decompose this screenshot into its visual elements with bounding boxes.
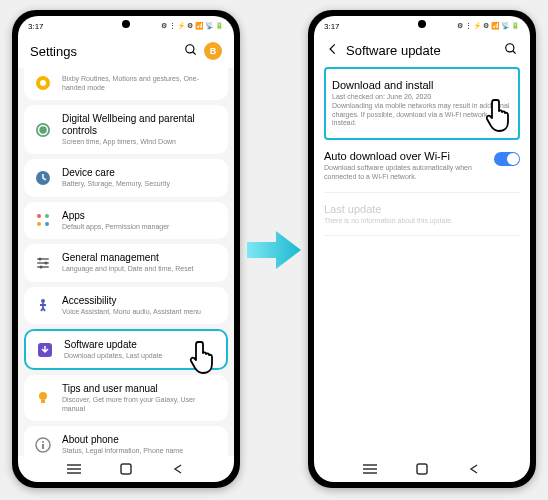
flow-arrow [244, 225, 304, 275]
item-text: Tips and user manualDiscover, Get more f… [62, 383, 218, 413]
item-text: Bixby Routines, Motions and gestures, On… [62, 74, 218, 92]
item-text: AccessibilityVoice Assistant, Mono audio… [62, 295, 218, 316]
svg-rect-27 [121, 464, 131, 474]
settings-header: Settings B [18, 34, 234, 68]
svg-point-15 [45, 261, 48, 264]
settings-item-apps[interactable]: AppsDefault apps, Permission manager [24, 202, 228, 239]
item-title: Accessibility [62, 295, 218, 307]
svg-point-16 [40, 265, 43, 268]
svg-line-29 [513, 51, 516, 54]
screen-left: 3:17 ⚙ ⋮ ⚡ ⚙ 📶 📡 🔋 Settings B Bixby Rout… [18, 16, 234, 482]
svg-rect-23 [42, 444, 44, 449]
svg-point-14 [39, 257, 42, 260]
svg-rect-20 [41, 400, 45, 403]
apps-icon [34, 211, 52, 229]
nav-back[interactable] [171, 462, 185, 476]
svg-line-1 [193, 51, 196, 54]
item-text: Device careBattery, Storage, Memory, Sec… [62, 167, 218, 188]
settings-item-device[interactable]: Device careBattery, Storage, Memory, Sec… [24, 159, 228, 196]
device-icon [34, 169, 52, 187]
svg-point-28 [506, 44, 514, 52]
access-icon [34, 296, 52, 314]
hand-pointer-icon [188, 339, 220, 375]
item-text: About phoneStatus, Legal information, Ph… [62, 434, 218, 455]
svg-rect-13 [37, 266, 49, 268]
settings-item-general[interactable]: General managementLanguage and input, Da… [24, 244, 228, 281]
search-icon[interactable] [184, 43, 198, 60]
item-title: Tips and user manual [62, 383, 218, 395]
svg-point-8 [45, 214, 49, 218]
item-title: Digital Wellbeing and parental controls [62, 113, 218, 137]
settings-item-bixby[interactable]: Bixby Routines, Motions and gestures, On… [24, 68, 228, 100]
settings-item-wellbeing[interactable]: Digital Wellbeing and parental controlsS… [24, 105, 228, 154]
item-sub: Download software updates automatically … [324, 164, 486, 182]
status-time: 3:17 [324, 22, 340, 31]
update-icon [36, 341, 54, 359]
update-item-1[interactable]: Auto download over Wi-FiDownload softwar… [324, 140, 520, 193]
settings-item-about[interactable]: About phoneStatus, Legal information, Ph… [24, 426, 228, 456]
status-icons: ⚙ ⋮ ⚡ ⚙ 📶 📡 🔋 [457, 22, 520, 30]
item-sub: Voice Assistant, Mono audio, Assistant m… [62, 308, 218, 316]
nav-recent[interactable] [67, 462, 81, 476]
screen-right: 3:17 ⚙ ⋮ ⚡ ⚙ 📶 📡 🔋 Software update Downl… [314, 16, 530, 482]
page-title: Settings [30, 44, 178, 59]
update-item-0[interactable]: Download and installLast checked on: Jun… [324, 67, 520, 140]
item-title: Device care [62, 167, 218, 179]
item-title: General management [62, 252, 218, 264]
item-title: Last update [324, 203, 520, 215]
bixby-icon [34, 74, 52, 92]
phone-frame-right: 3:17 ⚙ ⋮ ⚡ ⚙ 📶 📡 🔋 Software update Downl… [308, 10, 536, 488]
svg-point-7 [37, 214, 41, 218]
hand-pointer-icon [484, 97, 516, 133]
svg-point-3 [40, 80, 46, 86]
wellbeing-icon [34, 121, 52, 139]
settings-item-access[interactable]: AccessibilityVoice Assistant, Mono audio… [24, 287, 228, 324]
nav-bar [314, 456, 530, 482]
item-text: Digital Wellbeing and parental controlsS… [62, 113, 218, 146]
update-item-2: Last updateThere is no information about… [324, 193, 520, 237]
settings-list: Bixby Routines, Motions and gestures, On… [18, 68, 234, 456]
update-list: Download and installLast checked on: Jun… [314, 67, 530, 456]
item-sub: Bixby Routines, Motions and gestures, On… [62, 75, 218, 92]
settings-item-tips[interactable]: Tips and user manualDiscover, Get more f… [24, 375, 228, 421]
settings-item-update[interactable]: Software updateDownload updates, Last up… [24, 329, 228, 370]
about-icon [34, 436, 52, 454]
nav-bar [18, 456, 234, 482]
tips-icon [34, 389, 52, 407]
nav-back[interactable] [467, 462, 481, 476]
toggle-switch[interactable] [494, 152, 520, 166]
item-sub: Default apps, Permission manager [62, 223, 218, 231]
general-icon [34, 254, 52, 272]
nav-home[interactable] [119, 462, 133, 476]
item-sub: Status, Legal information, Phone name [62, 447, 218, 455]
item-title: Auto download over Wi-Fi [324, 150, 486, 162]
item-sub: Language and input, Date and time, Reset [62, 265, 218, 273]
item-title: Apps [62, 210, 218, 222]
svg-point-9 [37, 222, 41, 226]
item-title: About phone [62, 434, 218, 446]
nav-home[interactable] [415, 462, 429, 476]
back-icon[interactable] [326, 42, 340, 59]
search-icon[interactable] [504, 42, 518, 59]
item-sub: Screen time, App timers, Wind Down [62, 138, 218, 146]
svg-point-0 [186, 44, 194, 52]
update-header: Software update [314, 34, 530, 67]
item-text: General managementLanguage and input, Da… [62, 252, 218, 273]
item-sub: There is no information about this updat… [324, 217, 520, 226]
svg-point-22 [42, 441, 44, 443]
camera-notch [122, 20, 130, 28]
item-title: Download and install [332, 79, 512, 91]
status-time: 3:17 [28, 22, 44, 31]
avatar[interactable]: B [204, 42, 222, 60]
nav-recent[interactable] [363, 462, 377, 476]
status-icons: ⚙ ⋮ ⚡ ⚙ 📶 📡 🔋 [161, 22, 224, 30]
svg-point-10 [45, 222, 49, 226]
camera-notch [418, 20, 426, 28]
svg-point-17 [41, 299, 45, 303]
item-text: AppsDefault apps, Permission manager [62, 210, 218, 231]
svg-rect-33 [417, 464, 427, 474]
svg-point-19 [39, 392, 47, 400]
item-sub: Battery, Storage, Memory, Security [62, 180, 218, 188]
phone-frame-left: 3:17 ⚙ ⋮ ⚡ ⚙ 📶 📡 🔋 Settings B Bixby Rout… [12, 10, 240, 488]
item-sub: Discover, Get more from your Galaxy, Use… [62, 396, 218, 413]
